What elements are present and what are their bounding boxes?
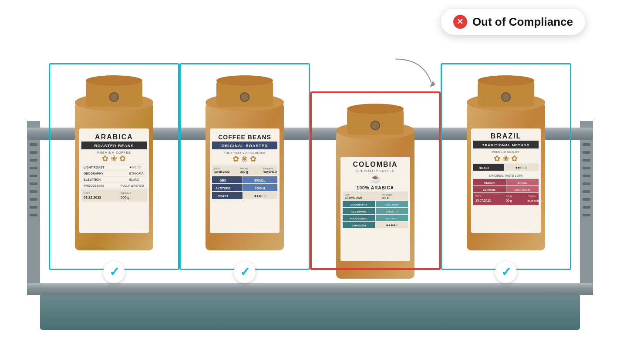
check-mark-brazil: ✓ <box>501 266 511 278</box>
svg-text:250 g: 250 g <box>240 170 248 174</box>
svg-point-67 <box>347 104 404 114</box>
svg-text:Process: Process <box>263 167 273 170</box>
svg-text:BRAZIL: BRAZIL <box>491 132 522 140</box>
svg-text:Date: Date <box>345 193 350 196</box>
svg-text:1500 M: 1500 M <box>255 187 265 190</box>
svg-text:Process: Process <box>528 195 536 197</box>
svg-text:ORIGINAL TASTE 100%: ORIGINAL TASTE 100% <box>489 174 523 177</box>
check-circle-brazil: ✓ <box>495 261 517 283</box>
bag-svg-arabica: ARABICA ROASTED BEANS PREMIUM COFFEE ✿ ❀… <box>68 67 160 255</box>
badge-text: Out of Compliance <box>472 15 573 29</box>
shelf-side-right <box>580 121 593 295</box>
svg-text:THE FINEST COFFEE BEANS: THE FINEST COFFEE BEANS <box>224 152 265 154</box>
svg-text:BRAZIL: BRAZIL <box>518 182 527 184</box>
product-slot-arabica: ARABICA ROASTED BEANS PREMIUM COFFEE ✿ ❀… <box>53 67 175 283</box>
svg-text:100% ARABICA: 100% ARABICA <box>357 185 394 190</box>
svg-point-101 <box>502 93 510 101</box>
svg-text:Date: Date <box>214 167 220 170</box>
svg-text:COLUMBIA: COLUMBIA <box>385 203 398 206</box>
svg-text:COFFEE BEANS: COFFEE BEANS <box>218 134 271 141</box>
svg-text:ELEVATION: ELEVATION <box>84 178 101 181</box>
svg-text:●●●●○: ●●●●○ <box>386 223 398 227</box>
svg-text:TRADITIONAL METHOD: TRADITIONAL METHOD <box>482 143 530 147</box>
bag-svg-brazil: BRAZIL TRADITIONAL METHOD PREMIUM QUALIT… <box>460 67 552 255</box>
svg-text:22 JUNE 2022: 22 JUNE 2022 <box>345 196 362 199</box>
svg-text:REGION: REGION <box>484 182 495 184</box>
svg-text:LIGHT ROAST: LIGHT ROAST <box>84 166 104 169</box>
svg-text:BRAZIL: BRAZIL <box>254 179 266 182</box>
bag-colombia: COLOMBIA SPECIALITY COFFEE ☕ 100% ARABIC… <box>330 96 421 283</box>
svg-text:1500-1700 M: 1500-1700 M <box>515 189 530 191</box>
svg-text:Net wt.: Net wt. <box>506 195 513 197</box>
svg-text:250 g: 250 g <box>382 196 389 199</box>
check-mark-arabica: ✓ <box>109 266 119 278</box>
badge-arrow <box>391 51 439 91</box>
svg-text:50 g: 50 g <box>506 199 512 202</box>
bag-svg-coffee-beans: COFFEE BEANS ORIGINAL ROASTED THE FINEST… <box>199 67 290 255</box>
bag-svg-colombia: COLOMBIA SPECIALITY COFFEE ☕ 100% ARABIC… <box>330 96 421 283</box>
svg-text:PROCESSING: PROCESSING <box>84 184 104 187</box>
svg-point-5 <box>110 93 118 101</box>
svg-text:GEO: GEO <box>219 179 226 182</box>
svg-text:ROAST: ROAST <box>479 166 490 169</box>
svg-point-100 <box>478 75 534 86</box>
svg-text:●○○○○: ●○○○○ <box>129 165 141 169</box>
svg-text:WASHED: WASHED <box>263 170 277 173</box>
svg-text:ESPRESSO: ESPRESSO <box>351 224 366 227</box>
svg-text:Net wt.: Net wt. <box>240 167 249 170</box>
svg-text:BLAND: BLAND <box>129 178 139 181</box>
shelf-rail-bottom <box>27 283 593 295</box>
svg-text:WEIGHT: WEIGHT <box>121 192 131 195</box>
svg-text:500 g: 500 g <box>121 195 130 199</box>
svg-rect-50 <box>212 176 243 183</box>
check-circle-coffee-beans: ✓ <box>234 261 256 283</box>
svg-point-33 <box>216 75 273 86</box>
check-mark-coffee-beans: ✓ <box>240 266 250 278</box>
svg-text:SUN-DRIED: SUN-DRIED <box>528 199 542 202</box>
svg-text:COLOMBIA: COLOMBIA <box>353 161 398 168</box>
svg-point-34 <box>240 93 249 101</box>
svg-text:ROAST: ROAST <box>218 195 229 198</box>
bag-brazil: BRAZIL TRADITIONAL METHOD PREMIUM QUALIT… <box>460 67 552 283</box>
svg-text:08.22.2022: 08.22.2022 <box>84 195 101 199</box>
svg-text:ALTITUDE: ALTITUDE <box>483 189 495 191</box>
svg-text:SPECIALITY COFFEE: SPECIALITY COFFEE <box>356 169 394 172</box>
svg-text:PROCESSING: PROCESSING <box>350 217 367 220</box>
svg-point-68 <box>371 121 380 130</box>
svg-text:●●○○○: ●●○○○ <box>515 165 527 170</box>
product-slot-coffee-beans: COFFEE BEANS ORIGINAL ROASTED THE FINEST… <box>184 67 306 283</box>
bag-coffee-beans: COFFEE BEANS ORIGINAL ROASTED THE FINEST… <box>199 67 290 283</box>
svg-text:10.08.2020: 10.08.2020 <box>214 170 229 173</box>
svg-text:✿ ❀ ✿: ✿ ❀ ✿ <box>232 155 256 163</box>
bag-arabica: ARABICA ROASTED BEANS PREMIUM COFFEE ✿ ❀… <box>68 67 160 283</box>
shelf-container: ARABICA ROASTED BEANS PREMIUM COFFEE ✿ ❀… <box>27 60 593 330</box>
shelf-side-left <box>27 121 40 295</box>
svg-text:NATURAL: NATURAL <box>386 217 398 220</box>
svg-text:15.07.2022: 15.07.2022 <box>475 199 491 202</box>
svg-text:DATE: DATE <box>84 192 91 195</box>
svg-text:✿ ❀ ✿: ✿ ❀ ✿ <box>494 154 518 163</box>
product-slot-colombia: COLOMBIA SPECIALITY COFFEE ☕ 100% ARABIC… <box>314 96 436 283</box>
scene: ✕ Out of Compliance <box>0 0 620 364</box>
compliance-badge: ✕ Out of Compliance <box>441 9 585 35</box>
svg-text:☕: ☕ <box>370 173 381 184</box>
svg-text:ELEVATION: ELEVATION <box>351 210 366 213</box>
svg-text:●●●○○: ●●●○○ <box>254 194 266 198</box>
svg-text:ALTITUDE: ALTITUDE <box>216 187 230 190</box>
svg-text:ARABICA: ARABICA <box>95 133 133 141</box>
svg-text:DATE: DATE <box>475 195 482 197</box>
product-slot-brazil: BRAZIL TRADITIONAL METHOD PREMIUM QUALIT… <box>445 67 567 283</box>
svg-point-4 <box>86 75 142 86</box>
check-circle-arabica: ✓ <box>103 261 125 283</box>
svg-text:PREMIUM COFFEE: PREMIUM COFFEE <box>97 151 131 154</box>
svg-text:GEOGRAPHY: GEOGRAPHY <box>84 172 104 175</box>
svg-text:ETHIOPIA: ETHIOPIA <box>129 172 144 175</box>
svg-text:✿ ❀ ✿: ✿ ❀ ✿ <box>102 154 126 163</box>
shelf-bottom-panel <box>40 294 580 330</box>
svg-text:GEOGRAPHY: GEOGRAPHY <box>350 203 367 206</box>
svg-text:ROASTED BEANS: ROASTED BEANS <box>94 144 134 148</box>
svg-text:Net weight: Net weight <box>382 193 392 196</box>
svg-text:ORIGINAL ROASTED: ORIGINAL ROASTED <box>222 144 268 148</box>
svg-text:SMOOTH: SMOOTH <box>386 210 398 213</box>
svg-text:PREMIUM QUALITY: PREMIUM QUALITY <box>492 151 519 153</box>
